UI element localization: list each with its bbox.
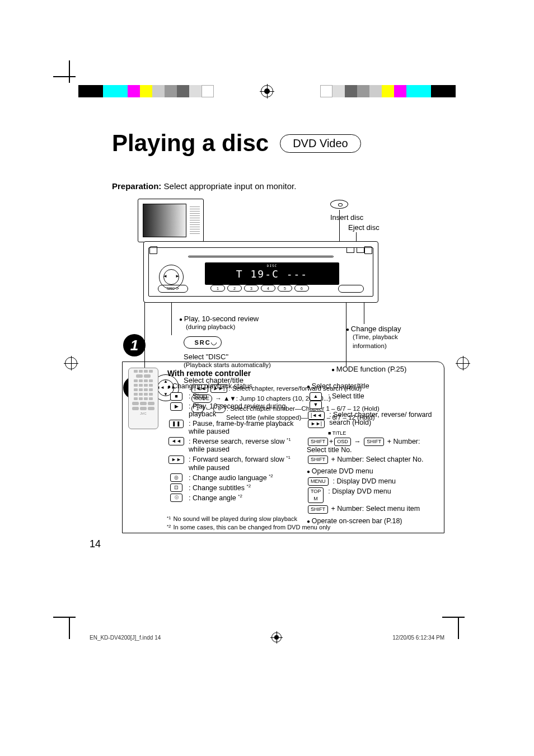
display-dvd-menu-1: : Display DVD menu	[333, 477, 396, 485]
disc-slot	[188, 256, 334, 257]
remote-item-text: : Change angle *2	[189, 494, 242, 502]
remote-item-text: : Reverse search, reverse slow *1 while …	[189, 437, 297, 453]
remote-left-item: ■: Stop	[167, 392, 297, 401]
shift-key-icon: SHIFT	[308, 456, 328, 464]
remote-left-item: ▶: Play, 10-second review during playbac…	[167, 402, 297, 418]
footnotes: *1No sound will be played during slow pl…	[167, 515, 330, 532]
menu-key-icon: MENU	[308, 477, 329, 486]
shift-key-icon: SHIFT	[308, 505, 328, 514]
preset-6: 6	[294, 285, 309, 292]
src-button-large: SRC	[184, 336, 222, 349]
crop-mark	[442, 617, 465, 618]
page-number: 14	[90, 538, 101, 550]
remote-title: With remote controller	[167, 369, 436, 378]
remote-left-item: ⦾: Change angle *2	[167, 494, 297, 502]
remote-key-icon: ◎	[170, 473, 182, 482]
registration-bar	[78, 85, 214, 97]
page-title: Playing a disc	[112, 130, 269, 157]
preset-2: 2	[227, 285, 242, 292]
title-mode-label: ■ TITLE	[328, 430, 436, 436]
remote-item-text: : Change audio language *2	[189, 473, 273, 482]
unit-display: DISC T 19-C ---	[205, 262, 339, 285]
mode-button-icon	[338, 285, 364, 293]
remote-item-text: : Stop	[189, 392, 207, 400]
crop-mark	[53, 76, 76, 77]
remote-left-item: ◎: Change audio language *2	[167, 473, 297, 482]
remote-left-item: ►►: Forward search, forward slow *1 whil…	[167, 455, 297, 471]
remote-item-text: : Pause, frame-by-frame playback while p…	[189, 420, 297, 435]
up-key-icon: ▲	[310, 392, 322, 401]
remote-key-icon: ►►	[168, 456, 184, 464]
change-display-label: Change display	[346, 324, 401, 334]
select-menu-item-text: + Number: Select menu item	[329, 505, 420, 513]
operate-dvd-menu-head: Operate DVD menu	[307, 467, 436, 475]
print-footer: EN_KD-DV4200[J]_f.indd 14 12/20/05 6:12:…	[90, 632, 444, 642]
osd-key-icon: OSD	[334, 438, 351, 446]
select-disc-label: Select "DISC"	[184, 352, 228, 362]
remote-left-item: ◄◄: Reverse search, reverse slow *1 whil…	[167, 437, 297, 453]
remote-key-icon: ⦾	[170, 494, 182, 502]
topm-key-icon: TOP M	[308, 487, 324, 503]
changing-playback-head: Changing playback status	[167, 382, 297, 390]
select-chapter-title-head: Select chapter/title	[307, 382, 436, 390]
play-review-label: Play, 10-second review	[179, 314, 259, 324]
select-title-text: : Select title	[328, 392, 364, 400]
remote-key-icon: ■	[170, 392, 182, 401]
remote-left-item: ❚❚: Pause, frame-by-frame playback while…	[167, 420, 297, 435]
registration-target-icon	[271, 632, 282, 642]
prev-key-icon: |◄◄	[308, 411, 325, 420]
select-chapter-no-text: + Number: Select chapter No.	[329, 456, 423, 463]
remote-key-icon: ◄◄	[168, 437, 184, 445]
crop-mark	[69, 617, 70, 639]
dvd-video-badge: DVD Video	[280, 134, 361, 153]
preset-buttons: 1 2 3 4 5 6	[210, 285, 309, 292]
registration-target-icon	[457, 357, 469, 369]
next-key-icon: ►►|	[308, 420, 325, 428]
preparation-line: Preparation: Select appropriate input on…	[112, 181, 444, 191]
remote-key-icon: ▶	[170, 402, 182, 411]
remote-key-icon: ❚❚	[169, 420, 184, 428]
preset-3: 3	[244, 285, 259, 292]
src-button-icon: SRC ⟳	[158, 285, 188, 293]
preset-1: 1	[210, 285, 225, 292]
footer-filename: EN_KD-DV4200[J]_f.indd 14	[90, 635, 161, 641]
crop-mark	[458, 617, 459, 639]
arrow-icon: →	[354, 438, 361, 445]
change-display-sub: (Time, playback information)	[353, 333, 431, 350]
crop-mark	[69, 60, 70, 83]
remote-left-column: Changing playback status ■: Stop▶: Play,…	[167, 381, 297, 527]
preset-4: 4	[261, 285, 275, 292]
preset-5: 5	[278, 285, 292, 292]
registration-bar	[320, 85, 456, 97]
remote-right-column: Select chapter/title ▲ ▼: Select title |…	[307, 381, 436, 527]
head-unit: DISC T 19-C --- 1 2 3 4 5 6 SRC ⟳	[143, 241, 378, 303]
remote-left-item: ⊡: Change subtitles *2	[167, 483, 297, 492]
play-review-sub: (during playback)	[186, 323, 235, 332]
preparation-label: Preparation:	[112, 181, 161, 191]
footnote-1: No sound will be played during slow play…	[174, 515, 297, 523]
crop-mark	[53, 617, 76, 618]
down-key-icon: ▼	[310, 401, 322, 409]
remote-controller-panel: JVC With remote controller Changing play…	[122, 361, 444, 533]
remote-controller-icon: JVC	[128, 368, 158, 429]
select-chapter-text: : Select chapter, reverse/ forward searc…	[329, 411, 436, 426]
disc-icon	[330, 200, 348, 209]
tv-monitor-icon	[138, 199, 204, 242]
insert-disc-label: Insert disc	[330, 213, 363, 222]
registration-target-icon	[261, 85, 273, 97]
display-dvd-menu-2: : Display DVD menu	[328, 487, 391, 495]
shift-key-icon: SHIFT	[308, 438, 328, 446]
step-1-badge: 1	[123, 334, 146, 356]
remote-item-text: : Play, 10-second review during playback	[189, 402, 297, 418]
remote-key-icon: ⊡	[170, 483, 182, 492]
registration-target-icon	[65, 357, 77, 369]
footnote-2: In some cases, this can be changed from …	[174, 523, 331, 532]
remote-item-text: : Forward search, forward slow *1 while …	[189, 455, 297, 471]
eject-disc-label: Eject disc	[348, 223, 380, 232]
remote-item-text: : Change subtitles *2	[189, 483, 251, 492]
shift-key-icon: SHIFT	[364, 438, 384, 446]
preparation-text: Select appropriate input on monitor.	[164, 181, 297, 191]
footer-timestamp: 12/20/05 6:12:34 PM	[392, 635, 444, 641]
